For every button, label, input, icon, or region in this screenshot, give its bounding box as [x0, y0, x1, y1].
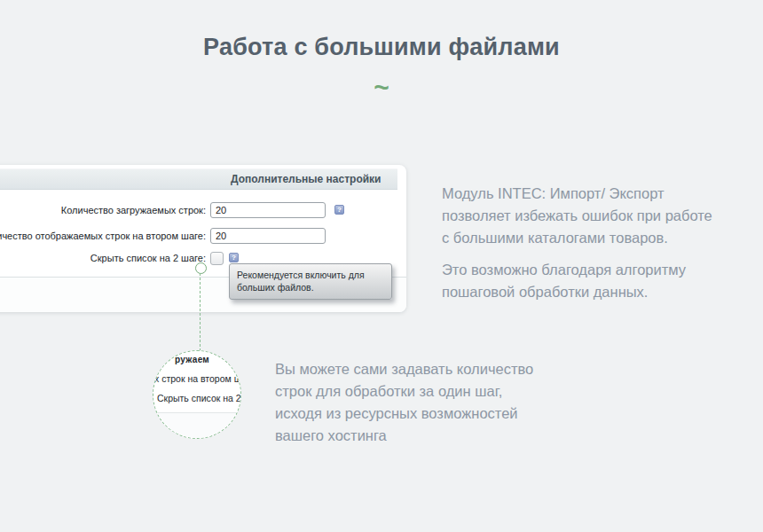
- magnified-text: х строк на втором ша: [154, 373, 241, 384]
- tilde-divider: ~: [0, 74, 763, 101]
- displayed-rows-input[interactable]: [210, 228, 326, 244]
- magnified-text: Скрыть список на 2 шаге: [157, 393, 241, 403]
- form-header-bar: Дополнительные настройки: [0, 168, 397, 190]
- zoom-magnifier-circle: ружаем х строк на втором ша Скрыть списо…: [153, 350, 241, 439]
- description-paragraph: Вы можете сами задавать количество строк…: [275, 358, 541, 447]
- page-title: Работа с большими файлами: [0, 34, 763, 61]
- magnified-footer: [153, 413, 241, 439]
- hide-list-checkbox[interactable]: [210, 252, 224, 265]
- help-icon[interactable]: ?: [229, 253, 239, 262]
- description-paragraph: Модуль INTEC: Импорт/ Экспорт позволяет …: [442, 183, 719, 249]
- field-label-displayed-rows: Количество отображаемых строк на втором …: [0, 228, 206, 244]
- field-label-loaded-rows: Количество загружаемых строк:: [0, 202, 206, 218]
- form-header-title: Дополнительные настройки: [231, 169, 382, 189]
- callout-anchor-dot: [195, 262, 207, 274]
- page: Работа с большими файлами ~ Дополнительн…: [0, 0, 763, 532]
- description-paragraph: Это возможно благодаря алгоритму пошагов…: [442, 259, 719, 303]
- help-icon[interactable]: ?: [334, 205, 344, 215]
- callout-dashed-line: [200, 273, 201, 351]
- loaded-rows-input[interactable]: [210, 202, 326, 218]
- field-label-hide-list: Скрыть список на 2 шаге:: [0, 250, 206, 266]
- magnified-text: ружаем: [175, 355, 209, 364]
- tooltip: Рекомендуется включить для больших файло…: [229, 263, 392, 300]
